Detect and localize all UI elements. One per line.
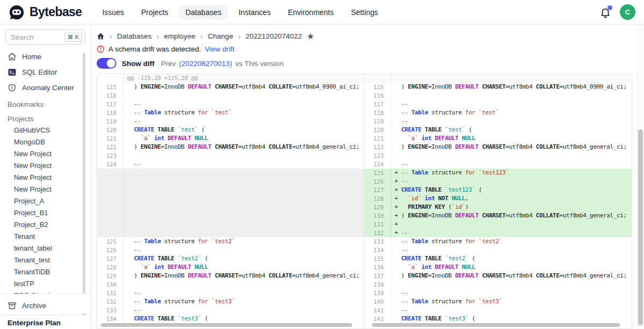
line-number: 131 [97,289,124,297]
line-number: 130 [97,280,124,289]
project-item-new-project[interactable]: New Project [0,160,91,172]
diff-row: 116 [364,91,632,100]
diff-row: 120 CREATE TABLE `test` ( [364,126,632,134]
sql-editor-icon [8,68,17,77]
code-line: ) ENGINE=InnoDB DEFAULT CHARSET=utf8mb4 … [391,83,632,91]
nav-item-databases[interactable]: Databases [179,5,228,20]
star-icon[interactable]: ★ [307,32,314,41]
sidebar-item-anomaly-center[interactable]: Anomaly Center [0,80,91,96]
horizontal-scrollbar-right[interactable] [372,323,620,327]
nav-item-instances[interactable]: Instances [232,5,277,20]
project-item-new-project[interactable]: New Project [0,184,91,195]
code-line: -- [391,160,632,169]
breadcrumb-item-employee[interactable]: employee [164,32,196,40]
line-number [97,220,124,229]
sidebar-item-home[interactable]: Home [0,49,91,64]
nav-right: C [599,4,635,20]
diff-row: @@ -115,20 +115,28 @@ [97,74,364,83]
line-number: 126 [97,246,124,254]
code-line: `a` int DEFAULT NULL [124,134,364,143]
diff-row [364,74,632,83]
nav-item-projects[interactable]: Projects [135,5,175,20]
diff-row: 133 -- Table structure for `test2` [364,237,632,246]
chevron-right-icon: › [200,32,203,40]
diff-row: 140 -- Table structure for `test3` [364,297,632,306]
line-number [97,186,124,194]
line-number: 138 [364,280,391,289]
code-line: + -- Table structure for `test123` [391,169,632,177]
project-item-tenant[interactable]: Tenant [0,231,91,243]
code-line: + `id` int NOT NULL, [391,194,632,203]
view-drift-link[interactable]: View drift [205,45,235,53]
project-item-testtp[interactable]: testTP [0,278,91,290]
line-number: 130 [364,211,391,220]
diff-pane-left: @@ -115,20 +115,28 @@115 ) ENGINE=InnoDB… [97,74,364,328]
diff-row: 131 -- [97,289,364,297]
breadcrumb-item-databases[interactable]: Databases [117,32,152,40]
code-line: -- Table structure for `test3` [124,297,364,306]
search-input[interactable] [11,33,54,41]
project-item-project-b1[interactable]: Project_B1 [0,207,91,219]
project-item-new-project[interactable]: New Project [0,172,91,184]
code-line [124,229,364,237]
code-line [391,280,632,289]
diff-row: 126 -- [97,246,364,254]
prev-version-link[interactable]: (202206270013) [179,60,232,68]
breadcrumb-item-20221202074022[interactable]: 20221202074022 [245,32,302,40]
project-item-new-project[interactable]: New Project [0,148,91,160]
sidebar-item-label: Home [22,53,41,61]
code-line [124,211,364,220]
sidebar-item-label: SQL Editor [22,68,57,76]
project-item-tenant-test[interactable]: Tenant_test [0,254,91,266]
notifications-button[interactable] [599,6,611,18]
project-item-project-b2[interactable]: Project_B2 [0,219,91,231]
avatar[interactable]: C [620,4,635,20]
diff-row: 141 -- [364,306,632,315]
code-line: CREATE TABLE `test3` ( [391,315,632,323]
sidebar-scrollbar[interactable] [83,53,85,318]
show-diff-toggle[interactable] [97,58,116,69]
diff-row: 128 `a` int DEFAULT NULL [97,263,364,272]
line-number: 128 [364,194,391,203]
breadcrumb-item-change[interactable]: Change [208,32,233,40]
nav-item-settings[interactable]: Settings [345,5,385,20]
anomaly-center-icon [8,83,17,92]
project-item-project-a[interactable]: Project_A [0,195,91,207]
diff-row: 125+ -- Table structure for `test123` [364,169,632,177]
diff-row: 126+ -- [364,177,632,186]
project-item-mongodb[interactable]: MongoDB [0,136,91,148]
diff-row: 121 `a` int DEFAULT NULL [364,134,632,143]
chevron-right-icon: › [238,32,240,40]
line-number: 120 [97,126,124,134]
sidebar-item-sql-editor[interactable]: SQL Editor [0,64,91,80]
code-line: @@ -115,20 +115,28 @@ [124,74,364,83]
home-icon[interactable] [97,32,105,40]
nav-item-environments[interactable]: Environments [281,5,340,20]
project-item-tenant-label[interactable]: tenant_label [0,243,91,254]
line-number: 131 [364,220,391,229]
nav-item-issues[interactable]: Issues [96,5,130,20]
code-line: + -- [391,177,632,186]
sidebar-item-archive[interactable]: Archive [0,298,90,313]
line-number: 135 [364,254,391,263]
horizontal-scrollbar-left[interactable] [101,323,352,327]
diff-row [97,169,364,177]
diff-row: 135 CREATE TABLE `test2` ( [364,254,632,263]
line-number: 132 [364,229,391,237]
line-number: 128 [97,263,124,272]
page-scrollbar-thumb[interactable] [638,129,643,325]
code-line: + CREATE TABLE `test123` ( [391,186,632,194]
top-nav: Bytebase IssuesProjectsDatabasesInstance… [0,0,644,25]
code-line [391,91,632,100]
bytebase-logo[interactable]: Bytebase [9,4,82,20]
code-line: -- [391,117,632,126]
project-item-githubvcs[interactable]: GitHubVCS [0,125,91,136]
diff-row: 137 ) ENGINE=InnoDB DEFAULT CHARSET=utf8… [364,272,632,280]
diff-row: 134 -- [364,246,632,254]
diff-row: 122 ) ENGINE=InnoDB DEFAULT CHARSET=utf8… [97,143,364,151]
line-number: 137 [364,272,391,280]
diff-row: 130 [97,280,364,289]
project-item-tenanttidb[interactable]: TenantTiDB [0,266,91,278]
version-compare-text: vs This version [236,60,284,68]
diff-row: 142 CREATE TABLE `test3` ( [364,315,632,323]
